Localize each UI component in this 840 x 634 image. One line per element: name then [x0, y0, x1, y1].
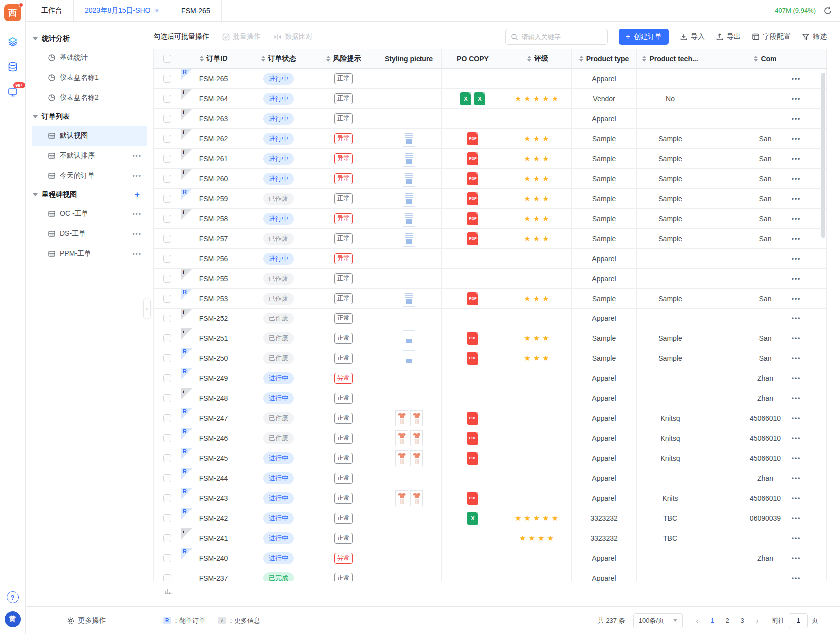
- styling-picture-cell[interactable]: [376, 269, 442, 288]
- pdf-file-icon[interactable]: PDF: [467, 492, 478, 505]
- row-more-actions[interactable]: •••: [783, 209, 810, 228]
- order-status-cell[interactable]: 进行中: [246, 249, 311, 268]
- product-type-cell[interactable]: 3323232: [572, 508, 637, 528]
- styling-doc-thumbnail[interactable]: [403, 231, 415, 247]
- sort-icon[interactable]: [642, 56, 646, 62]
- row-checkbox[interactable]: [163, 135, 171, 143]
- product-tech-cell[interactable]: Sample: [637, 289, 704, 308]
- rating-cell[interactable]: ★★★★★: [504, 508, 572, 528]
- product-tech-cell[interactable]: Sample: [637, 189, 704, 208]
- order-id-cell[interactable]: iFSM-241: [181, 528, 246, 548]
- vertical-scrollbar[interactable]: [821, 73, 825, 238]
- row-more-actions[interactable]: •••: [783, 568, 810, 581]
- row-checkbox[interactable]: [163, 115, 171, 123]
- sort-icon[interactable]: [261, 56, 265, 62]
- styling-picture-cell[interactable]: [376, 69, 442, 88]
- order-id-cell[interactable]: FSM-256: [181, 249, 246, 268]
- product-tech-cell[interactable]: TBC: [637, 508, 704, 528]
- column-header-订单状态[interactable]: 订单状态: [246, 49, 311, 68]
- product-type-cell[interactable]: Apparel: [572, 388, 637, 408]
- order-status-cell[interactable]: 已完成: [246, 568, 311, 581]
- pdf-file-icon[interactable]: PDF: [467, 212, 478, 225]
- order-id-cell[interactable]: iFSM-248: [181, 388, 246, 408]
- rating-cell[interactable]: [504, 388, 572, 408]
- row-more-actions[interactable]: •••: [783, 368, 810, 388]
- order-status-cell[interactable]: 进行中: [246, 388, 311, 408]
- order-id-cell[interactable]: iFSM-251: [181, 328, 246, 348]
- po-copy-cell[interactable]: [442, 528, 504, 548]
- product-type-cell[interactable]: Sample: [572, 229, 637, 248]
- product-type-cell[interactable]: Apparel: [572, 468, 637, 488]
- order-id-cell[interactable]: FSM-257: [181, 229, 246, 248]
- styling-picture-cell[interactable]: [376, 388, 442, 408]
- product-type-cell[interactable]: Apparel: [572, 568, 637, 581]
- more-options-icon[interactable]: •••: [132, 172, 142, 179]
- po-copy-cell[interactable]: PDF: [442, 428, 504, 448]
- row-more-actions[interactable]: •••: [783, 169, 810, 188]
- risk-cell[interactable]: 正常: [311, 69, 376, 88]
- styling-picture-cell[interactable]: [376, 368, 442, 388]
- row-checkbox[interactable]: [163, 454, 171, 462]
- po-copy-cell[interactable]: PDF: [442, 289, 504, 308]
- order-id-cell[interactable]: iFSM-255: [181, 269, 246, 288]
- rating-cell[interactable]: [504, 488, 572, 508]
- row-checkbox[interactable]: [163, 574, 171, 582]
- order-id-cell[interactable]: RFSM-246: [181, 428, 246, 448]
- order-id-cell[interactable]: iFSM-260: [181, 169, 246, 188]
- row-checkbox[interactable]: [163, 354, 171, 362]
- row-more-actions[interactable]: •••: [783, 488, 810, 508]
- add-view-button[interactable]: +: [134, 191, 140, 198]
- filter-button[interactable]: 筛选: [802, 32, 827, 41]
- styling-picture-cell[interactable]: [376, 289, 442, 308]
- styling-picture-cell[interactable]: [376, 568, 442, 581]
- risk-cell[interactable]: 正常: [311, 408, 376, 428]
- po-copy-cell[interactable]: [442, 69, 504, 88]
- pdf-file-icon[interactable]: PDF: [467, 192, 478, 205]
- product-tech-cell[interactable]: [637, 368, 704, 388]
- row-more-actions[interactable]: •••: [783, 149, 810, 168]
- pdf-file-icon[interactable]: PDF: [467, 332, 478, 345]
- column-header-Product type[interactable]: Product type: [572, 49, 637, 68]
- product-type-cell[interactable]: Sample: [572, 289, 637, 308]
- order-status-cell[interactable]: 进行中: [246, 368, 311, 388]
- product-type-cell[interactable]: Sample: [572, 129, 637, 148]
- rating-cell[interactable]: [504, 249, 572, 268]
- rating-cell[interactable]: ★★★: [504, 328, 572, 348]
- row-checkbox[interactable]: [163, 334, 171, 342]
- order-status-cell[interactable]: 进行中: [246, 169, 311, 188]
- product-tech-cell[interactable]: Knitsq: [637, 448, 704, 468]
- row-checkbox[interactable]: [163, 235, 171, 243]
- field-config-button[interactable]: 字段配置: [752, 32, 791, 41]
- shirt-thumbnail[interactable]: [395, 430, 408, 446]
- more-options-icon[interactable]: •••: [132, 250, 142, 257]
- product-type-cell[interactable]: Apparel: [572, 269, 637, 288]
- row-checkbox[interactable]: [163, 175, 171, 183]
- sidebar-item-仪表盘名称1[interactable]: 仪表盘名称1: [32, 68, 147, 88]
- rating-cell[interactable]: ★★★: [504, 129, 572, 148]
- pdf-file-icon[interactable]: PDF: [467, 172, 478, 185]
- order-id-cell[interactable]: RFSM-250: [181, 348, 246, 368]
- row-more-actions[interactable]: •••: [783, 448, 810, 468]
- layers-icon[interactable]: [7, 36, 18, 47]
- column-header-评级[interactable]: 评级: [504, 49, 572, 68]
- row-checkbox[interactable]: [163, 434, 171, 442]
- order-id-cell[interactable]: RFSM-245: [181, 448, 246, 468]
- po-copy-cell[interactable]: PDF: [442, 129, 504, 148]
- order-status-cell[interactable]: 已作废: [246, 309, 311, 328]
- styling-picture-cell[interactable]: [376, 508, 442, 528]
- sort-icon[interactable]: [579, 56, 583, 62]
- page-button-3[interactable]: 3: [736, 614, 749, 627]
- row-more-actions[interactable]: •••: [783, 388, 810, 408]
- product-tech-cell[interactable]: [637, 388, 704, 408]
- sidebar-item-DS-工单[interactable]: DS-工单•••: [32, 224, 147, 244]
- risk-cell[interactable]: 正常: [311, 189, 376, 208]
- rating-cell[interactable]: [504, 468, 572, 488]
- sort-icon[interactable]: [326, 56, 330, 62]
- rating-cell[interactable]: ★★★: [504, 169, 572, 188]
- row-checkbox[interactable]: [163, 75, 171, 83]
- rating-cell[interactable]: [504, 69, 572, 88]
- excel-file-icon[interactable]: X: [474, 92, 485, 105]
- shirt-thumbnail[interactable]: [410, 430, 423, 446]
- po-copy-cell[interactable]: PDF: [442, 169, 504, 188]
- row-more-actions[interactable]: •••: [783, 289, 810, 308]
